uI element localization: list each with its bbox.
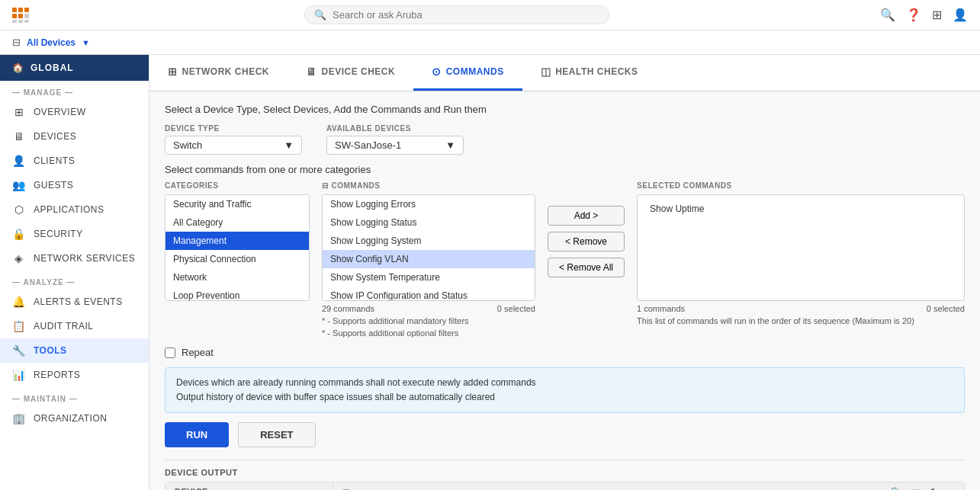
list-item[interactable]: Show Logging Errors [323,195,535,213]
svg-rect-4 [18,14,23,18]
tab-commands[interactable]: ⊙ COMMANDS [413,55,522,91]
list-item[interactable]: Security and Traffic [165,195,309,213]
run-button[interactable]: RUN [165,422,229,447]
list-item[interactable]: Show System Temperature [323,268,535,287]
sidebar-item-guests[interactable]: 👥 GUESTS [0,173,149,197]
organization-icon: 🏢 [12,412,26,424]
security-icon: 🔒 [12,228,26,240]
search-bar[interactable]: 🔍 [304,5,609,24]
device-type-label: DEVICE TYPE [165,124,302,133]
list-item[interactable]: Management [165,232,309,250]
sidebar-item-security[interactable]: 🔒 SECURITY [0,222,149,246]
filter-commands-icon: ⊟ [322,181,329,190]
sidebar-item-clients[interactable]: 👤 CLIENTS [0,149,149,173]
list-item[interactable]: Physical Connection [165,250,309,268]
remove-all-button[interactable]: < Remove All [548,258,625,277]
expand-output-icon[interactable]: ⤢ [945,487,955,490]
list-item[interactable]: Show Config VLAN [323,250,535,268]
organization-label: ORGANIZATION [34,413,107,424]
sidebar-section-manage: — MANAGE — ⊞ OVERVIEW 🖥 DEVICES 👤 CLIENT… [0,81,149,197]
list-item[interactable]: Network [165,268,309,287]
commands-selected-count: 0 selected [497,304,535,313]
run-reset-row: RUN RESET [165,422,965,447]
help-icon[interactable]: ❓ [906,8,921,22]
section-label-manage: — MANAGE — [0,81,149,100]
repeat-checkbox[interactable] [165,347,175,358]
commands-list[interactable]: Show Logging Errors Show Logging Status … [322,194,535,301]
remove-button[interactable]: < Remove [548,232,625,251]
user-avatar[interactable]: 👤 [953,8,968,22]
tab-network-check-label: NETWORK CHECK [182,66,270,77]
tab-device-check[interactable]: 🖥 DEVICE CHECK [288,55,413,91]
list-item[interactable]: Loop Prevention [165,287,309,301]
tab-commands-label: COMMANDS [446,66,504,77]
all-devices-dropdown-icon[interactable]: ▼ [82,38,90,47]
search-input[interactable] [333,9,599,21]
selected-command-item[interactable]: Show Uptime [642,200,959,218]
sidebar-item-overview[interactable]: ⊞ OVERVIEW [0,100,149,124]
available-devices-select[interactable]: SW-SanJose-1 ▼ [326,136,464,155]
commands-header: ⊟ COMMANDS [322,181,535,190]
available-devices-label: AVAILABLE DEVICES [326,124,464,133]
filter-note-1: * - Supports additional mandatory filter… [322,316,535,325]
categories-list[interactable]: Security and Traffic All Category Manage… [165,194,310,301]
svg-rect-3 [12,14,17,18]
sidebar-item-tools[interactable]: 🔧 TOOLS [0,338,149,363]
svg-rect-0 [12,8,17,12]
download-output-icon[interactable]: ⬇ [928,487,938,490]
search-topbar-icon[interactable]: 🔍 [880,8,895,22]
list-item[interactable]: All Category [165,213,309,232]
svg-rect-5 [24,14,29,18]
device-type-select[interactable]: Switch ▼ [165,136,302,155]
list-item[interactable]: Show Logging System [323,232,535,250]
all-devices-label[interactable]: All Devices [27,37,76,48]
audit-trail-icon: 📋 [12,320,26,332]
device-output-right: ☰ Output for the device: 🔍 ✉ ⬇ ⤢ [333,482,964,490]
grid-icon[interactable]: ⊞ [932,8,942,22]
device-col-header: DEVICE [165,482,333,490]
output-actions: 🔍 ✉ ⬇ ⤢ [890,487,955,490]
device-form-row: DEVICE TYPE Switch ▼ AVAILABLE DEVICES S… [165,124,965,155]
device-type-value: Switch [173,139,202,151]
repeat-row: Repeat [165,347,965,358]
svg-rect-6 [12,20,17,23]
tab-network-check[interactable]: ⊞ NETWORK CHECK [149,55,288,91]
sidebar-item-applications[interactable]: ⬡ APPLICATIONS [0,197,149,222]
commands-column: ⊟ COMMANDS Show Logging Errors Show Logg… [322,181,535,338]
sidebar-item-alerts[interactable]: 🔔 ALERTS & EVENTS [0,290,149,314]
sidebar-section-maintain: — MAINTAIN — 🏢 ORGANIZATION [0,387,149,431]
mail-output-icon[interactable]: ✉ [911,487,921,490]
sidebar-item-audit-trail[interactable]: 📋 AUDIT TRAIL [0,314,149,338]
selected-selected-count: 0 selected [927,304,965,313]
selected-commands-list[interactable]: Show Uptime [637,194,965,301]
global-label: GLOBAL [31,62,74,73]
output-col-header: ☰ Output for the device: 🔍 ✉ ⬇ ⤢ [333,482,964,490]
tools-icon: 🔧 [12,344,26,357]
health-checks-tab-icon: ◫ [541,66,551,78]
sidebar-item-devices[interactable]: 🖥 DEVICES [0,124,149,149]
sidebar-item-organization[interactable]: 🏢 ORGANIZATION [0,406,149,431]
topbar: 🔍 🔍 ❓ ⊞ 👤 [0,0,980,30]
tab-device-check-label: DEVICE CHECK [322,66,396,77]
reset-button[interactable]: RESET [238,422,315,447]
search-icon: 🔍 [314,9,326,21]
command-selector: CATEGORIES Security and Traffic All Cate… [165,181,965,338]
list-item[interactable]: Show Logging Status [323,213,535,232]
search-output-icon[interactable]: 🔍 [890,487,904,490]
info-line-1: Devices which are already running comman… [176,376,953,390]
repeat-label[interactable]: Repeat [182,347,214,358]
device-check-tab-icon: 🖥 [306,66,317,78]
list-item[interactable]: Show IP Configuration and Status [323,287,535,301]
sidebar-item-network-services[interactable]: ◈ NETWORK SERVICES [0,246,149,271]
tab-health-checks[interactable]: ◫ HEALTH CHECKS [522,55,657,91]
main-content-area: ⊞ NETWORK CHECK 🖥 DEVICE CHECK ⊙ COMMAND… [149,55,980,490]
sidebar-global[interactable]: 🏠 GLOBAL [0,55,149,81]
section-label-analyze: — ANALYZE — [0,271,149,290]
add-button[interactable]: Add > [548,206,625,226]
sidebar-item-reports[interactable]: 📊 REPORTS [0,363,149,387]
topbar-actions: 🔍 ❓ ⊞ 👤 [880,8,968,22]
selected-commands-column: SELECTED COMMANDS Show Uptime 1 commands… [637,181,965,338]
alerts-icon: 🔔 [12,296,26,308]
info-line-2: Output history of device with buffer spa… [176,390,953,405]
tabs-bar: ⊞ NETWORK CHECK 🖥 DEVICE CHECK ⊙ COMMAND… [149,55,980,91]
